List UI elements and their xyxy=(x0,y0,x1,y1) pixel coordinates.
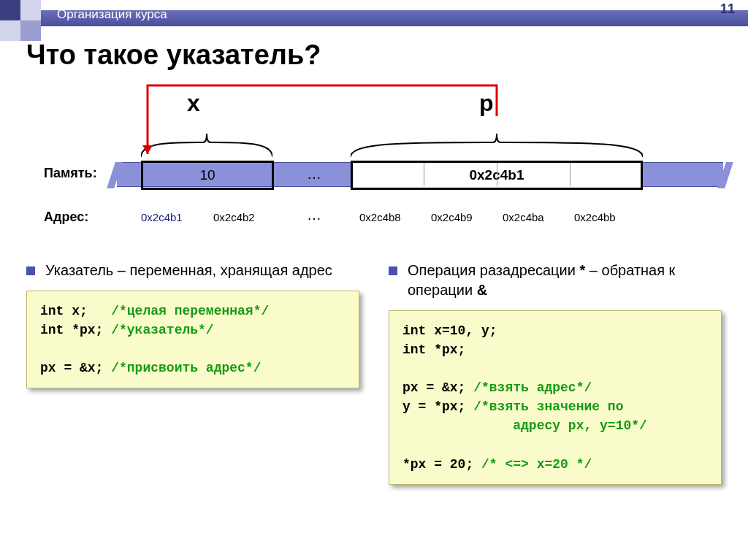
right-column: Операция разадресации * – обратная к опе… xyxy=(389,261,722,485)
bullet-text: Указатель – переменная, хранящая адрес xyxy=(45,261,332,280)
memory-row-label: Память: xyxy=(44,166,97,181)
address-value: 0x2c4ba xyxy=(503,211,544,223)
content-columns: Указатель – переменная, хранящая адрес i… xyxy=(26,261,722,485)
logo-squares xyxy=(0,0,47,26)
page-number: 11 xyxy=(720,1,735,17)
address-value: 0x2c4bb xyxy=(574,211,616,223)
address-value: 0x2c4b9 xyxy=(431,211,473,223)
memory-ellipsis: … xyxy=(307,166,321,183)
address-value: 0x2c4b8 xyxy=(359,211,401,223)
p-cell-divider xyxy=(424,163,424,186)
code-comment: /*взять адрес*/ xyxy=(473,380,592,395)
code-block-left: int x; /*целая переменная*/ int *px; /*у… xyxy=(26,291,359,388)
code-comment: /*взять значение по xyxy=(473,399,623,414)
bullet-item: Указатель – переменная, хранящая адрес xyxy=(26,261,359,280)
p-cell-divider xyxy=(497,163,497,186)
var-p-label: p xyxy=(479,90,494,117)
code-text: int x; xyxy=(40,304,111,318)
code-text: int *px; xyxy=(40,323,111,337)
address-row-label: Адрес: xyxy=(44,210,88,225)
bullet-square-icon xyxy=(26,266,35,275)
code-comment: /*присвоить адрес*/ xyxy=(111,361,261,375)
code-comment: /* <=> x=20 */ xyxy=(481,457,592,472)
code-text: *px = 20; xyxy=(402,457,481,472)
page-title: Что такое указатель? xyxy=(26,39,748,71)
bullet-text-part: Операция разадресации xyxy=(408,262,579,278)
breadcrumb: Организация курса xyxy=(57,7,167,22)
code-text: int x=10, y; xyxy=(402,323,497,338)
address-ellipsis: … xyxy=(307,207,321,223)
code-text: y = *px; xyxy=(402,399,473,414)
code-comment: /*указатель*/ xyxy=(111,323,213,337)
memory-diagram: x p Память: Адрес: 10 … 0x2c4b1 0x2c4b1 … xyxy=(44,93,748,239)
code-comment: /*целая переменная*/ xyxy=(111,304,269,318)
code-comment: адресу px, y=10*/ xyxy=(402,418,647,433)
x-cell-value: 10 xyxy=(199,167,215,183)
address-value: 0x2c4b2 xyxy=(213,211,255,223)
code-block-right: int x=10, y; int *px; px = &x; /*взять а… xyxy=(389,310,722,485)
bullet-square-icon xyxy=(389,266,397,275)
var-x-label: x xyxy=(187,90,200,117)
bullet-amp: & xyxy=(477,282,487,298)
code-text: px = &x; xyxy=(40,361,111,375)
left-column: Указатель – переменная, хранящая адрес i… xyxy=(26,261,359,485)
code-text: int *px; xyxy=(402,342,465,357)
brace-x-icon xyxy=(141,119,272,157)
top-bar: Организация курса 11 xyxy=(0,0,748,26)
bullet-item: Операция разадресации * – обратная к опе… xyxy=(389,261,722,300)
address-value: 0x2c4b1 xyxy=(141,211,183,223)
x-cell-group: 10 xyxy=(141,161,274,190)
memory-strip: 10 … 0x2c4b1 xyxy=(117,162,723,187)
bullet-text: Операция разадресации * – обратная к опе… xyxy=(408,261,722,300)
code-text: px = &x; xyxy=(402,380,473,395)
p-cell-divider xyxy=(570,163,570,186)
brace-p-icon xyxy=(351,119,643,157)
